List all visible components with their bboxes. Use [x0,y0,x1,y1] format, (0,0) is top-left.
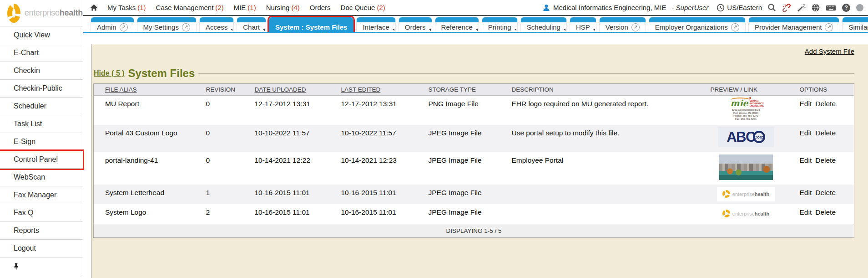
delete-link[interactable]: Delete [815,156,836,164]
tab-admin[interactable]: Admin [91,17,134,32]
nav-item-doc-queue[interactable]: Doc Queue(2) [341,4,385,11]
sidebar-item-checkin[interactable]: Checkin [0,62,83,80]
logo-text-light: enterprise [732,191,755,197]
tab-orders[interactable]: Orders [399,17,432,32]
tab-provider-management[interactable]: Provider Management [748,17,840,32]
delete-link[interactable]: Delete [815,189,836,196]
sidebar: enterprisehealth Quick ViewE-ChartChecki… [0,0,83,278]
pushpin-icon [13,263,20,270]
add-system-file-link[interactable]: Add System File [805,47,854,55]
sidebar-item-label: Control Panel [14,155,58,164]
tab-body: Scheduling [521,22,566,32]
tab-printing[interactable]: Printing [482,17,518,32]
tab-chart[interactable]: Chart [237,17,266,32]
home-icon [90,4,98,12]
globe-button[interactable] [811,3,820,12]
abc-corp-logo-preview[interactable]: ABCCorp [718,127,774,147]
sidebar-item-reports[interactable]: Reports [0,222,83,240]
tab-hsp[interactable]: HSP [570,17,596,32]
enterprisehealth-logo-preview[interactable]: enterprisehealth [717,206,775,221]
abc-logo-text: ABC [727,129,755,145]
sidebar-item-scheduler[interactable]: Scheduler [0,98,83,115]
column-header-file-alias[interactable]: FILE ALIAS [94,84,195,96]
nav-item-orders[interactable]: Orders [310,4,331,11]
broken-link-button[interactable] [782,3,791,12]
tab-label: Provider Management [755,23,822,31]
city-skyline-photo-preview[interactable] [719,154,773,180]
dropdown-caret-icon [429,29,431,31]
edit-link[interactable]: Edit [800,208,812,216]
cell-preview-link: mieMEDICAL INFORMATICS ENGINEERING6302 C… [699,96,788,125]
column-header-date-uploaded[interactable]: DATE UPLOADED [243,84,330,96]
main-content: Add System File Hide ( 5 ) System Files … [83,35,868,278]
search-button[interactable] [767,3,776,12]
sidebar-item-checkin-public[interactable]: Checkin-Public [0,80,83,98]
cell-file-alias: MU Report [94,96,195,125]
current-user[interactable]: Medical Informatics Engineering, MIE - S… [542,4,708,12]
top-nav-items: My Tasks(1)Case Management(2)MIE(1)Nursi… [107,4,385,11]
mie-brand-text: mie [730,99,748,108]
edit-link[interactable]: Edit [800,129,812,137]
sidebar-pin-button[interactable] [0,257,83,275]
top-nav-right: Medical Informatics Engineering, MIE - S… [542,3,863,12]
sidebar-item-e-chart[interactable]: E-Chart [0,44,83,62]
tab-scheduling[interactable]: Scheduling [520,17,567,32]
home-button[interactable] [90,4,98,12]
help-button[interactable]: ? [842,3,851,12]
nav-item-nursing[interactable]: Nursing(4) [266,4,300,11]
sidebar-item-quick-view[interactable]: Quick View [0,26,83,44]
column-header-last-edited[interactable]: LAST EDITED [330,84,417,96]
presence-indicator[interactable] [856,4,863,11]
cell-options: EditDelete [788,125,854,152]
delete-link[interactable]: Delete [815,100,836,108]
section-header: Hide ( 5 ) System Files [94,67,854,80]
tab-version[interactable]: Version [599,17,646,32]
mie-letterhead-preview[interactable]: mieMEDICAL INFORMATICS ENGINEERING6302 C… [728,98,764,122]
enterprisehealth-logo-text: enterprisehealth [732,211,769,216]
system-files-table: FILE ALIASREVISIONDATE UPLOADEDLAST EDIT… [93,83,854,238]
enterprisehealth-logo-text: enterprisehealth [732,191,769,197]
enterprisehealth-logo-preview[interactable]: enterprisehealth [717,187,775,201]
tab-employer-organizations[interactable]: Employer Organizations [649,17,746,32]
nav-item-count: (4) [291,4,299,11]
tab-system-system-files[interactable]: System : System Files [269,17,353,32]
edit-link[interactable]: Edit [800,189,812,196]
cell-file-alias: System Logo [94,204,195,224]
cell-revision: 0 [195,125,243,152]
sidebar-item-label: Reports [14,227,39,235]
sidebar-item-e-sign[interactable]: E-Sign [0,133,83,151]
tab-similar-exposure-groups-seg[interactable]: Similar Exposure Groups (SEG) [842,17,868,32]
hide-toggle-link[interactable]: Hide ( 5 ) [94,69,125,77]
edit-link[interactable]: Edit [800,100,812,108]
table-row-portal-landing-41: portal-landing-41010-14-2021 12:2210-14-… [94,152,854,185]
nav-item-mie[interactable]: MIE(1) [234,4,256,11]
tab-access[interactable]: Access [199,17,234,32]
cell-last-edited: 12-17-2012 13:31 [330,96,417,125]
tab-my-settings[interactable]: My Settings [137,17,197,32]
nav-item-case-management[interactable]: Case Management(2) [156,4,224,11]
tab-label: Interface [363,23,389,31]
sidebar-item-webscan[interactable]: WebScan [0,169,83,186]
timezone-widget[interactable]: US/Eastern [717,4,762,12]
cell-preview-link [699,152,788,185]
delete-link[interactable]: Delete [815,129,836,137]
cell-storage-type: JPEG Image File [417,152,500,185]
cell-file-alias: portal-landing-41 [94,152,195,185]
sidebar-item-fax-manager[interactable]: Fax Manager [0,186,83,204]
edit-link[interactable]: Edit [800,156,812,164]
keyboard-button[interactable] [826,4,836,12]
wand-button[interactable] [797,3,806,12]
sidebar-item-task-list[interactable]: Task List [0,115,83,133]
cell-options: EditDelete [788,152,854,185]
column-header-label: OPTIONS [800,86,828,93]
cell-options: EditDelete [788,96,854,125]
sidebar-item-control-panel[interactable]: Control Panel [0,151,83,169]
nav-item-my-tasks[interactable]: My Tasks(1) [107,4,146,11]
sidebar-item-fax-q[interactable]: Fax Q [0,204,83,222]
delete-link[interactable]: Delete [815,208,836,216]
mie-tagline: MEDICAL INFORMATICS ENGINEERING [750,99,762,107]
tab-reference[interactable]: Reference [435,17,479,32]
cell-description [500,204,699,224]
sidebar-item-logout[interactable]: Logout [0,240,83,257]
tab-interface[interactable]: Interface [356,17,395,32]
